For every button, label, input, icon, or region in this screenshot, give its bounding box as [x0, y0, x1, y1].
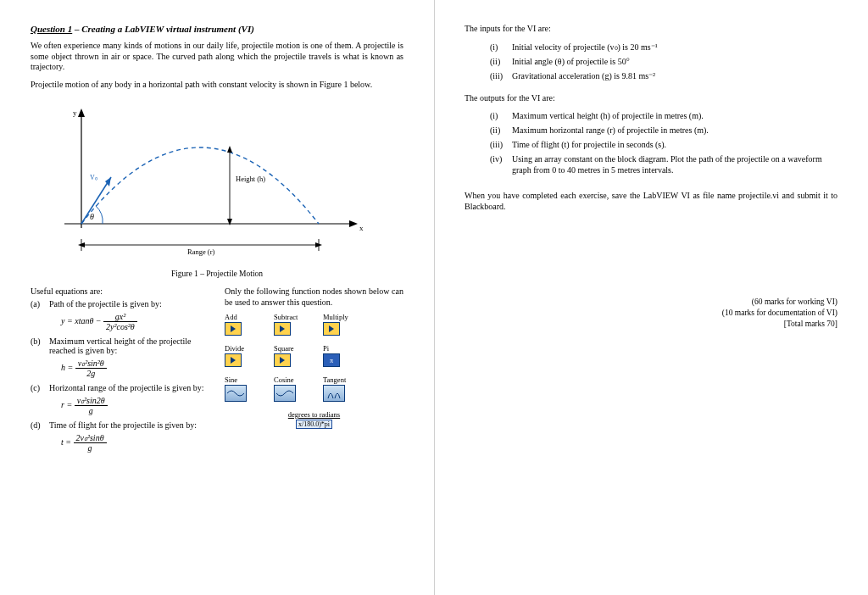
eq-a-formula: y = xtanθ − gx²2y²cos²θ: [61, 312, 209, 331]
svg-marker-8: [227, 219, 232, 225]
svg-marker-3: [349, 220, 358, 227]
equation-b: (b) Maximum vertical height of the proje…: [31, 336, 209, 378]
equations-column: Useful equations are: (a) Path of the pr…: [31, 286, 209, 458]
useful-equations-head: Useful equations are:: [31, 286, 209, 296]
equation-d: (d) Time of flight for the projectile is…: [31, 420, 209, 453]
input-ii: (ii)Initial angle (θ) of projectile is 5…: [490, 56, 837, 67]
svg-line-4: [81, 177, 111, 224]
figure-projectile: y x V₀ θ Height (h) Range (r): [31, 97, 403, 268]
range-label: Range (r): [187, 247, 215, 256]
v0-label: V₀: [90, 174, 97, 181]
projectile-diagram: y x V₀ θ Height (h) Range (r): [31, 97, 387, 266]
subtract-icon: [274, 322, 291, 336]
intro-para-2: Projectile motion of any body in a horiz…: [31, 80, 403, 91]
output-ii: (ii)Maximum horizontal range (r) of proj…: [490, 125, 837, 136]
eq-b-text: Maximum vertical height of the projectil…: [49, 336, 191, 355]
func-subtract: Subtract: [274, 313, 311, 336]
divide-icon: [225, 353, 242, 367]
func-cosine: Cosine: [274, 375, 311, 402]
function-grid: Add Subtract Multiply Divide Square Piπ …: [225, 313, 403, 402]
equation-a: (a) Path of the projectile is given by: …: [31, 299, 209, 331]
cosine-icon: [274, 385, 296, 402]
func-square: Square: [274, 344, 311, 367]
axis-x-label: x: [359, 224, 364, 232]
equation-c: (c) Horizontal range of the projectile i…: [31, 383, 209, 415]
marks-line-3: [Total marks 70]: [465, 319, 837, 330]
input-i: (i)Initial velocity of projectile (v₀) i…: [490, 42, 837, 53]
func-divide: Divide: [225, 344, 262, 367]
multiply-icon: [323, 322, 340, 336]
page-left: Question 1 – Creating a LabVIEW virtual …: [0, 0, 434, 595]
func-pi: Piπ: [323, 344, 360, 367]
function-nodes-column: Only the following function nodes shown …: [225, 286, 403, 458]
title-underlined: Question 1: [31, 24, 72, 34]
inputs-head: The inputs for the VI are:: [465, 24, 837, 35]
marks-line-1: (60 marks for working VI): [465, 297, 837, 308]
outputs-head: The outputs for the VI are:: [465, 93, 837, 104]
equations-and-nodes: Useful equations are: (a) Path of the pr…: [31, 286, 403, 458]
func-deg2rad: degrees to radians x/180.0)*pi: [225, 410, 403, 429]
marker-d: (d): [31, 420, 41, 430]
height-label: Height (h): [236, 175, 265, 183]
eq-b-formula: h = v₀²sin²θ2g: [61, 359, 209, 378]
eq-d-formula: t = 2v₀²sinθg: [61, 433, 209, 453]
question-title: Question 1 – Creating a LabVIEW virtual …: [31, 24, 403, 34]
title-rest: – Creating a LabVIEW virtual instrument …: [72, 24, 254, 34]
axis-y-label: y: [73, 108, 77, 117]
marker-c: (c): [31, 383, 40, 392]
svg-marker-1: [78, 108, 85, 117]
intro-para-1: We often experience many kinds of motion…: [31, 41, 403, 73]
eq-c-formula: r = v₀²sin2θg: [61, 396, 209, 415]
func-tangent: Tangent: [323, 375, 360, 402]
page-right: The inputs for the VI are: (i)Initial ve…: [434, 0, 868, 595]
page-divider: [434, 0, 435, 595]
eq-a-text: Path of the projectile is given by:: [49, 299, 162, 309]
sine-icon: [225, 385, 247, 402]
svg-marker-7: [227, 146, 232, 153]
only-following-head: Only the following function nodes shown …: [225, 286, 403, 308]
marks-line-2: (10 marks for documentation of VI): [465, 308, 837, 319]
func-add: Add: [225, 313, 262, 336]
square-icon: [274, 353, 291, 367]
marks-block: (60 marks for working VI) (10 marks for …: [465, 297, 837, 329]
pi-icon: π: [323, 353, 340, 367]
output-i: (i)Maximum vertical height (h) of projec…: [490, 110, 837, 121]
add-icon: [225, 322, 242, 336]
func-multiply: Multiply: [323, 313, 360, 336]
marker-b: (b): [31, 336, 41, 346]
func-sine: Sine: [225, 375, 262, 402]
tangent-icon: [323, 385, 345, 402]
marker-a: (a): [31, 299, 40, 309]
figure-caption: Figure 1 – Projectile Motion: [31, 270, 403, 278]
input-iii: (iii)Gravitational acceleration (g) is 9…: [490, 70, 837, 81]
submit-para: When you have completed each exercise, s…: [465, 191, 837, 212]
theta-label: θ: [90, 212, 94, 221]
eq-c-text: Horizontal range of the projectile is gi…: [49, 383, 203, 392]
output-iv: (iv)Using an array constant on the block…: [490, 153, 837, 175]
output-iii: (iii)Time of flight (t) for projectile i…: [490, 139, 837, 150]
deg2rad-strip: x/180.0)*pi: [296, 420, 332, 429]
eq-d-text: Time of flight for the projectile is giv…: [49, 420, 197, 430]
